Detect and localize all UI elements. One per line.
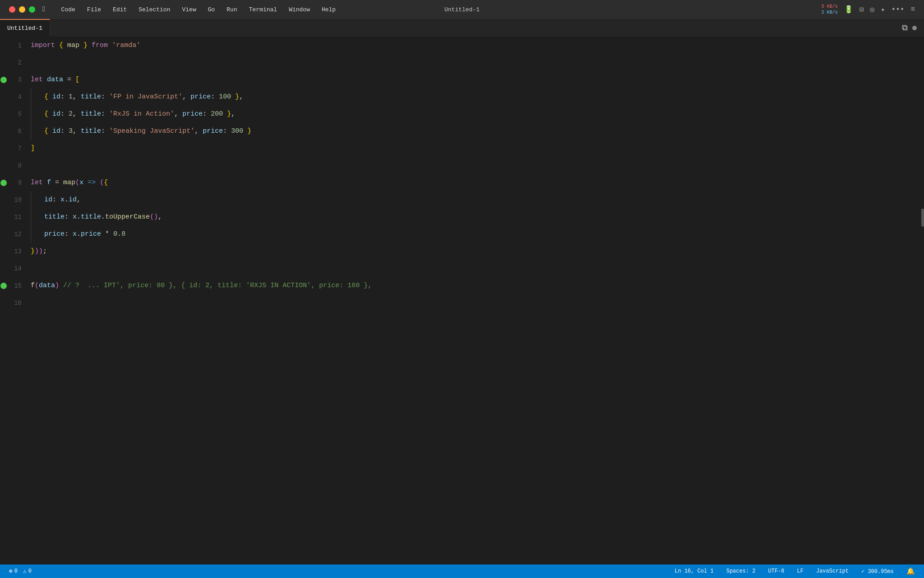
line-number-5: 5	[7, 106, 27, 123]
line-gutter-7: 7	[0, 140, 27, 157]
statusbar: ⊗ 0 ⚠ 0 Ln 16, Col 1 Spaces: 2 UTF-8 LF …	[0, 564, 924, 578]
breakpoint-area-12[interactable]	[0, 226, 7, 243]
split-editor-icon[interactable]: ⧉	[902, 23, 908, 33]
line-number-10: 10	[7, 191, 27, 209]
line-number-11: 11	[7, 209, 27, 226]
tab-untitled1[interactable]: Untitled-1	[0, 19, 50, 37]
menu-selection[interactable]: Selection	[137, 5, 172, 14]
breakpoint-area-13[interactable]	[0, 243, 7, 260]
line-gutter-1: 1	[0, 37, 27, 54]
line-gutter-2: 2	[0, 54, 27, 71]
breakpoint-area-4[interactable]	[0, 89, 7, 106]
breakpoint-9	[0, 180, 7, 186]
status-encoding[interactable]: UTF-8	[767, 567, 786, 575]
code-line-11: title : x . title . toUpperCase () ,	[31, 209, 918, 226]
notifications-icon[interactable]: 🔔	[905, 566, 917, 577]
status-right: Ln 16, Col 1 Spaces: 2 UTF-8 LF JavaScri…	[673, 566, 917, 577]
menu-go[interactable]: Go	[206, 5, 217, 14]
token-space	[55, 37, 59, 54]
line-number-6: 6	[7, 123, 27, 140]
menu-file[interactable]: File	[85, 5, 103, 14]
titlebar-left:  Code File Edit Selection View Go Run T…	[9, 5, 337, 14]
line-gutter-11: 11	[0, 209, 27, 226]
more-icon: •••	[892, 5, 905, 14]
code-line-2	[31, 54, 918, 71]
indent-guide-12	[31, 226, 31, 243]
status-line-ending[interactable]: LF	[795, 567, 805, 575]
line-gutter-9: 9	[0, 174, 27, 191]
code-lines: import { map } from 'ramda' let	[31, 37, 918, 312]
code-line-1: import { map } from 'ramda'	[31, 37, 918, 54]
maximize-button[interactable]	[29, 6, 35, 13]
minimize-button[interactable]	[19, 6, 25, 13]
menu-view[interactable]: View	[180, 5, 198, 14]
code-line-5: { id : 2 , title : 'RxJS in Action' , pr…	[31, 106, 918, 123]
token-ramda: 'ramda'	[112, 37, 140, 54]
status-errors[interactable]: ⊗ 0 ⚠ 0	[7, 567, 33, 576]
breakpoint-3	[0, 77, 7, 83]
dot-icon	[912, 26, 917, 30]
code-line-9: let f = map ( x => ( {	[31, 174, 918, 191]
menu-window[interactable]: Window	[287, 5, 312, 14]
line-number-16: 16	[7, 294, 27, 312]
code-line-13: } )) ;	[31, 243, 918, 260]
indent-guide-10	[31, 191, 31, 209]
tab-label: Untitled-1	[7, 25, 42, 32]
editor-main: 1 2 3 4 5	[0, 37, 924, 564]
tab-actions: ⧉	[902, 23, 924, 33]
line-gutter-10: 10	[0, 191, 27, 209]
code-line-7: ]	[31, 140, 918, 157]
breakpoint-area-11[interactable]	[0, 209, 7, 226]
network-download: 2 KB/s	[822, 9, 838, 15]
breakpoint-area-1[interactable]	[0, 37, 7, 54]
code-line-8	[31, 157, 918, 174]
code-editor[interactable]: import { map } from 'ramda' let	[27, 37, 918, 564]
breakpoint-area-14[interactable]	[0, 260, 7, 277]
status-position[interactable]: Ln 16, Col 1	[673, 567, 715, 575]
code-line-12: price : x . price * 0.8	[31, 226, 918, 243]
siri-icon: ◎	[870, 5, 874, 14]
apple-menu[interactable]: 	[41, 5, 49, 14]
code-line-6: { id : 3 , title : 'Speaking JavaScript'…	[31, 123, 918, 140]
scrollbar-thumb[interactable]	[921, 209, 924, 227]
line-number-13: 13	[7, 243, 27, 260]
status-timing: ✓ 300.95ms	[859, 567, 896, 576]
breakpoint-area-15[interactable]	[0, 277, 7, 294]
breakpoint-area-2[interactable]	[0, 54, 7, 71]
line-number-3: 3	[7, 71, 27, 89]
status-language[interactable]: JavaScript	[814, 567, 850, 575]
token-from: from	[92, 37, 108, 54]
window-title: Untitled-1	[444, 6, 480, 13]
line-gutter-13: 13	[0, 243, 27, 260]
menu-bar:  Code File Edit Selection View Go Run T…	[41, 5, 337, 14]
scrollbar-track[interactable]	[918, 37, 924, 564]
breakpoint-area-10[interactable]	[0, 191, 7, 209]
menu-help[interactable]: Help	[320, 5, 337, 14]
breakpoint-area-16[interactable]	[0, 294, 7, 312]
list-icon: ≡	[910, 5, 915, 14]
token-map: map	[67, 37, 79, 54]
breakpoint-area-6[interactable]	[0, 123, 7, 140]
line-gutter-8: 8	[0, 157, 27, 174]
breakpoint-area-9[interactable]	[0, 174, 7, 191]
editor-area: 1 2 3 4 5	[0, 37, 924, 564]
titlebar:  Code File Edit Selection View Go Run T…	[0, 0, 924, 19]
token-eq1: =	[67, 71, 71, 89]
token-arr-open: [	[75, 71, 79, 89]
airplay-icon: ⊡	[859, 5, 864, 14]
menu-edit[interactable]: Edit	[111, 5, 129, 14]
status-spaces[interactable]: Spaces: 2	[725, 567, 758, 575]
breakpoint-area-8[interactable]	[0, 157, 7, 174]
error-icon: ⊗	[9, 568, 13, 575]
indent-guide-4	[31, 89, 31, 106]
menu-run[interactable]: Run	[225, 5, 239, 14]
breakpoint-area-3[interactable]	[0, 71, 7, 89]
breakpoint-area-7[interactable]	[0, 140, 7, 157]
token-brace-open: {	[59, 37, 67, 54]
close-button[interactable]	[9, 6, 15, 13]
menu-code[interactable]: Code	[60, 5, 77, 14]
tabbar: Untitled-1 ⧉	[0, 19, 924, 37]
breakpoint-area-5[interactable]	[0, 106, 7, 123]
line-number-7: 7	[7, 140, 27, 157]
menu-terminal[interactable]: Terminal	[247, 5, 279, 14]
